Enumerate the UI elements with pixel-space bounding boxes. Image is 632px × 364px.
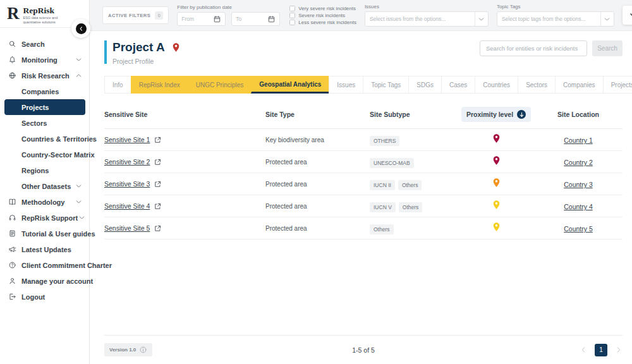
tab-geospatial-analytics[interactable]: Geospatial Analytics xyxy=(251,76,329,94)
severity-option: Severe risk incidents xyxy=(289,13,356,18)
profile-tabs: InfoRepRisk IndexUNGC PrinciplesGeospati… xyxy=(104,76,623,94)
checkbox[interactable] xyxy=(289,13,295,18)
user-icon xyxy=(8,277,17,286)
sidebar-item-projects[interactable]: Projects xyxy=(4,99,85,115)
tab-reprisk-index[interactable]: RepRisk Index xyxy=(131,76,188,94)
checkbox[interactable] xyxy=(289,6,295,11)
sidebar-item-manage-your-account[interactable]: Manage your account xyxy=(0,273,89,289)
tab-cases[interactable]: Cases xyxy=(441,76,475,94)
sidebar-item-label: Client Commitment Charter xyxy=(21,262,112,269)
proximity-pin-icon xyxy=(492,201,501,212)
active-filters-button[interactable]: ACTIVE FILTERS 0 xyxy=(102,6,169,24)
tab-companies[interactable]: Companies xyxy=(555,76,604,94)
sidebar-item-client-commitment-charter[interactable]: Client Commitment Charter xyxy=(0,257,89,273)
country-link[interactable]: Country 5 xyxy=(564,225,593,233)
sensitive-site-link[interactable]: Sensitive Site 1 xyxy=(104,136,150,143)
site-type: Key biodiversity area xyxy=(265,136,370,143)
external-link-icon[interactable] xyxy=(154,158,162,166)
sidebar-item-latest-updates[interactable]: Latest Updates xyxy=(0,241,89,257)
sidebar-item-regions[interactable]: Regions xyxy=(0,162,89,178)
pagination-range: 1-5 of 5 xyxy=(352,346,375,354)
sidebar-item-risk-research[interactable]: Risk Research xyxy=(0,68,89,83)
tab-ungc-principles[interactable]: UNGC Principles xyxy=(188,76,252,94)
external-link-icon[interactable] xyxy=(154,136,162,144)
previous-page-button[interactable] xyxy=(580,346,588,354)
chevron-down-icon xyxy=(75,198,83,206)
sidebar-item-label: Manage your account xyxy=(21,277,93,285)
pagination: 1 xyxy=(580,344,623,356)
checkbox-label: Less severe risk incidents xyxy=(298,20,356,25)
date-to-field[interactable] xyxy=(231,12,280,26)
external-link-icon[interactable] xyxy=(154,202,162,210)
proximity-pin-icon xyxy=(492,157,501,167)
publication-date-filter: Filter by publication date xyxy=(177,4,280,26)
site-type: Protected area xyxy=(265,203,370,210)
sidebar-item-country-sector-matrix[interactable]: Country-Sector Matrix xyxy=(0,147,89,162)
tab-topic-tags[interactable]: Topic Tags xyxy=(363,76,409,94)
tab-projects[interactable]: Projects xyxy=(603,76,632,94)
date-from-field[interactable] xyxy=(177,12,226,26)
current-page-button[interactable]: 1 xyxy=(595,344,607,356)
sidebar-item-tutorial-user-guides[interactable]: Tutorial & User guides xyxy=(0,226,89,241)
main-content: Project A Project Profile Search InfoRep… xyxy=(90,31,632,364)
sidebar-item-methodology[interactable]: Methodology xyxy=(0,194,89,210)
sensitive-site-link[interactable]: Sensitive Site 4 xyxy=(104,202,150,210)
help-icon xyxy=(8,261,17,270)
sidebar-item-label: RepRisk Support xyxy=(21,214,78,222)
sidebar-item-countries-territories[interactable]: Countries & Territories xyxy=(0,131,89,147)
table-row: Sensitive Site 1Key biodiversity areaOTH… xyxy=(104,129,623,151)
table-header-row: Sensitive Site Site Type Site Subtype Pr… xyxy=(104,102,623,129)
chevron-left-icon xyxy=(76,23,87,34)
checkbox[interactable] xyxy=(289,20,295,25)
sensitive-site-link[interactable]: Sensitive Site 5 xyxy=(104,224,150,232)
country-link[interactable]: Country 4 xyxy=(564,203,593,210)
next-page-button[interactable] xyxy=(614,346,623,354)
site-subtype-chip: Others xyxy=(370,224,394,234)
chevron-down-icon xyxy=(75,182,83,190)
sidebar-item-reprisk-support[interactable]: RepRisk Support xyxy=(0,210,89,226)
date-from-input[interactable] xyxy=(181,16,213,22)
site-type: Protected area xyxy=(265,181,370,188)
tab-countries[interactable]: Countries xyxy=(475,76,518,94)
col-header-sensitive-site: Sensitive Site xyxy=(104,111,265,118)
country-link[interactable]: Country 2 xyxy=(564,159,593,166)
sidebar-collapse-button[interactable] xyxy=(71,19,90,38)
col-header-site-type: Site Type xyxy=(265,111,370,118)
version-badge[interactable]: Version 1.0 xyxy=(104,343,152,356)
sidebar-item-logout[interactable]: Logout xyxy=(0,289,89,305)
search-button[interactable]: Search xyxy=(592,40,623,56)
topic-tags-placeholder: Select topic tags from the options... xyxy=(497,16,600,22)
sidebar-item-label: Countries & Territories xyxy=(21,135,97,143)
sensitive-site-link[interactable]: Sensitive Site 3 xyxy=(104,180,150,188)
country-link[interactable]: Country 3 xyxy=(564,181,593,188)
filter-bar-expand-button[interactable] xyxy=(623,6,632,25)
external-link-icon[interactable] xyxy=(154,224,162,233)
entity-search-input[interactable] xyxy=(480,40,587,56)
sidebar-item-label: Monitoring xyxy=(21,56,58,64)
sensitive-site-link[interactable]: Sensitive Site 2 xyxy=(104,158,150,166)
sidebar-item-other-datasets[interactable]: Other Datasets xyxy=(0,178,89,194)
country-link[interactable]: Country 1 xyxy=(564,136,593,144)
tab-issues[interactable]: Issues xyxy=(329,76,363,94)
calendar-icon[interactable] xyxy=(213,15,221,23)
issues-placeholder: Select issues from the options... xyxy=(365,16,475,22)
external-link-icon[interactable] xyxy=(154,180,162,188)
date-to-input[interactable] xyxy=(236,16,267,22)
topic-tags-label: Topic Tags xyxy=(497,4,614,9)
sidebar-item-search[interactable]: Search xyxy=(0,36,89,52)
tab-sectors[interactable]: Sectors xyxy=(518,76,556,94)
tab-sdgs[interactable]: SDGs xyxy=(408,76,442,94)
location-pin-icon xyxy=(171,42,181,52)
topic-tags-select[interactable]: Select topic tags from the options... xyxy=(497,11,614,27)
checkbox-label: Severe risk incidents xyxy=(298,13,345,18)
sidebar-item-label: Risk Research xyxy=(21,72,70,80)
calendar-icon[interactable] xyxy=(267,15,276,23)
issues-select[interactable]: Select issues from the options... xyxy=(365,11,489,27)
site-subtype-chip: IUCN V xyxy=(370,202,396,212)
sidebar-item-companies[interactable]: Companies xyxy=(0,83,89,99)
proximity-pin-icon xyxy=(492,223,501,234)
col-header-proximity-sort[interactable]: Proximity level xyxy=(461,107,531,122)
sidebar-item-monitoring[interactable]: Monitoring xyxy=(0,52,89,68)
sidebar-item-sectors[interactable]: Sectors xyxy=(0,115,89,131)
tab-info[interactable]: Info xyxy=(104,76,131,94)
